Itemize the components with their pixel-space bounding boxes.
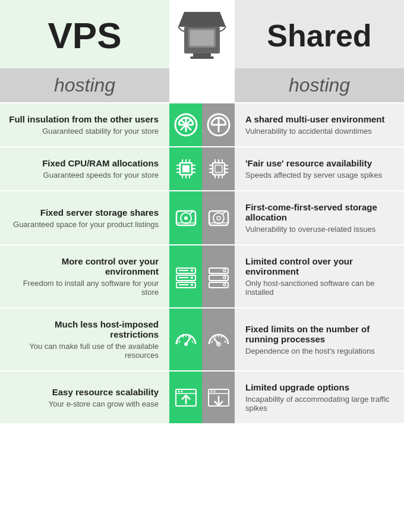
svg-line-43 [190, 212, 192, 215]
svg-line-66 [182, 336, 184, 338]
svg-rect-4 [190, 30, 214, 46]
shared-cell-3: Limited control over your environment On… [235, 245, 404, 307]
icon-left-1 [169, 147, 202, 190]
row-3: More control over your environment Freed… [0, 244, 404, 307]
svg-rect-26 [213, 163, 225, 175]
vps-cell-0: Full insulation from the other users Gua… [0, 103, 169, 146]
icon-left-2 [169, 191, 202, 244]
icon-right-4 [202, 309, 235, 370]
header-center-icon [169, 0, 235, 68]
icon-right-2 [202, 191, 235, 244]
header-row: VPS Shared [0, 0, 404, 68]
server-icon-right [206, 263, 232, 289]
shared-hosting-label-bar: hosting [235, 68, 404, 102]
speedometer-icon-left [173, 326, 199, 352]
icon-cell-5 [169, 372, 235, 423]
icon-left-3 [169, 245, 202, 307]
shared-sub-4: Dependence on the host's regulations [245, 347, 375, 355]
store-icon [175, 6, 229, 62]
main-container: VPS Shared hosting [0, 0, 404, 423]
svg-point-82 [181, 391, 182, 392]
svg-rect-27 [215, 165, 222, 172]
shared-sub-1: Speeds affected by server usage spikes [245, 171, 382, 180]
svg-line-69 [192, 341, 193, 343]
svg-point-64 [223, 284, 226, 286]
svg-rect-13 [182, 165, 190, 172]
shared-title: Shared [267, 20, 371, 51]
svg-line-76 [225, 341, 226, 343]
icon-cell-3 [169, 245, 235, 307]
svg-rect-2 [190, 56, 214, 59]
svg-point-86 [210, 391, 212, 392]
vps-cell-2: Fixed server storage shares Guaranteed s… [0, 191, 169, 244]
icon-left-5 [169, 372, 202, 423]
shared-main-4: Fixed limits on the number of running pr… [245, 324, 398, 344]
svg-point-42 [184, 216, 188, 220]
chip-icon-left [173, 156, 199, 182]
shared-cell-4: Fixed limits on the number of running pr… [235, 309, 404, 370]
vps-sub-1: Guaranteed speeds for your store [43, 171, 159, 180]
icon-right-0 [202, 103, 235, 146]
svg-point-47 [217, 216, 220, 220]
svg-line-48 [222, 212, 225, 215]
hdd-icon-right [206, 205, 232, 231]
upload-icon-right [206, 385, 232, 411]
svg-point-54 [191, 276, 193, 279]
row-0: Full insulation from the other users Gua… [0, 102, 404, 146]
svg-line-77 [214, 338, 219, 344]
chip-icon-right [206, 156, 232, 182]
svg-point-55 [191, 284, 193, 286]
upload-icon-left [173, 385, 199, 411]
vps-sub-5: Your e-store can grow with ease [49, 399, 159, 408]
icon-cell-2 [169, 191, 235, 244]
vps-cell-1: Fixed CPU/RAM allocations Guaranteed spe… [0, 147, 169, 190]
shared-hosting-label: hosting [289, 74, 350, 96]
vps-header: VPS [0, 0, 169, 68]
icon-right-3 [202, 245, 235, 307]
vps-sub-4: You can make full use of the available r… [6, 342, 159, 360]
shared-main-3: Limited control over your environment [245, 256, 398, 276]
shared-sub-2: Vulnerability to overuse-related issues [245, 225, 375, 234]
vps-cell-4: Much less host-imposed restrictions You … [0, 309, 169, 370]
vps-main-4: Much less host-imposed restrictions [6, 319, 159, 339]
svg-line-68 [188, 336, 190, 338]
row-2: Fixed server storage shares Guaranteed s… [0, 190, 404, 244]
shared-cell-0: A shared multi-user environment Vulnerab… [235, 103, 404, 146]
vps-main-1: Fixed CPU/RAM allocations [42, 158, 159, 168]
shared-header: Shared [235, 0, 404, 68]
vps-main-2: Fixed server storage shares [40, 207, 159, 218]
svg-point-63 [223, 276, 226, 279]
icon-cell-0 [169, 103, 235, 146]
icon-cell-4 [169, 309, 235, 370]
shield-icon-left [173, 112, 199, 138]
svg-point-62 [223, 269, 226, 272]
shared-sub-3: Only host-sanctioned software can be ins… [245, 279, 398, 297]
speedometer-icon-right [206, 326, 232, 352]
shared-cell-2: First-come-first-served storage allocati… [235, 191, 404, 244]
server-icon-left [173, 263, 199, 289]
vps-cell-5: Easy resource scalability Your e-store c… [0, 372, 169, 423]
svg-rect-1 [193, 53, 211, 56]
shared-main-0: A shared multi-user environment [245, 114, 385, 124]
vps-sub-3: Freedom to install any software for your… [6, 279, 159, 297]
shared-sub-0: Vulnerability to accidental downtimes [245, 127, 372, 136]
icon-cell-1 [169, 147, 235, 190]
row-1: Fixed CPU/RAM allocations Guaranteed spe… [0, 146, 404, 190]
vps-main-0: Full insulation from the other users [9, 114, 159, 124]
row-5: Easy resource scalability Your e-store c… [0, 370, 404, 423]
vps-title: VPS [48, 17, 121, 54]
svg-point-87 [213, 391, 215, 392]
shared-cell-1: 'Fair use' resource availability Speeds … [235, 147, 404, 190]
shared-main-2: First-come-first-served storage allocati… [245, 202, 398, 222]
hosting-bar: hosting hosting [0, 68, 404, 102]
svg-line-73 [215, 336, 216, 338]
icon-left-4 [169, 309, 202, 370]
vps-main-3: More control over your environment [6, 256, 159, 276]
vps-sub-0: Guaranteed stability for your store [42, 127, 159, 136]
svg-point-81 [178, 391, 179, 392]
vps-cell-3: More control over your environment Freed… [0, 245, 169, 307]
shield-icon-right [206, 112, 232, 138]
icon-left-0 [169, 103, 202, 146]
row-4: Much less host-imposed restrictions You … [0, 307, 404, 370]
icon-right-5 [202, 372, 235, 423]
